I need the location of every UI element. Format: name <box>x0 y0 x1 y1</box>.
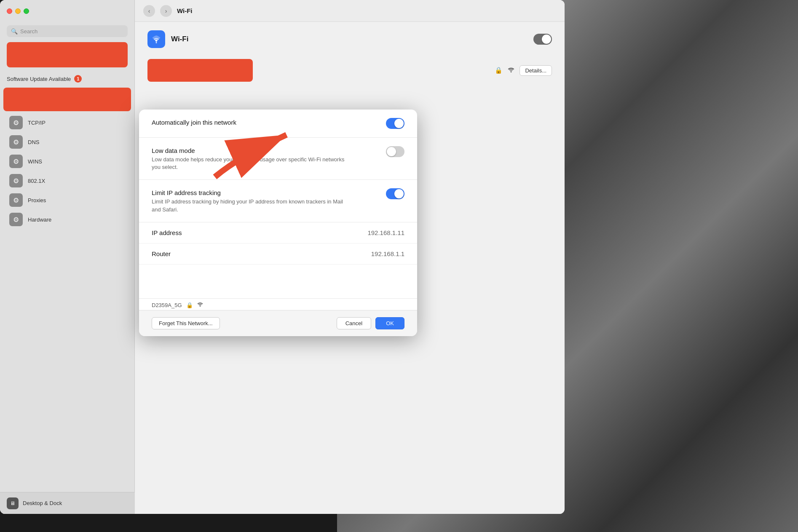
software-update-row[interactable]: Software Update Available 1 <box>0 72 134 86</box>
sidebar-item-8021x[interactable]: ⚙ 802.1X <box>3 171 131 190</box>
search-placeholder: Search <box>20 28 37 35</box>
gear-icon-hardware: ⚙ <box>13 216 19 224</box>
gear-icon-proxies: ⚙ <box>13 196 19 204</box>
wifi-toggle-knob <box>542 35 551 44</box>
auto-join-toggle-knob <box>394 119 404 128</box>
modal-body: Automatically join this network Low data… <box>139 110 417 336</box>
limit-ip-text-group: Limit IP address tracking Limit IP addre… <box>152 188 345 213</box>
update-badge: 1 <box>74 75 82 83</box>
limit-ip-row: Limit IP address tracking Limit IP addre… <box>152 188 404 213</box>
ip-address-label: IP address <box>152 229 182 236</box>
tcpip-icon: ⚙ <box>9 116 23 129</box>
ip-address-row: IP address 192.168.1.11 <box>139 222 417 243</box>
lock-icon: 🔒 <box>495 67 503 74</box>
sidebar-item-hardware[interactable]: ⚙ Hardware <box>3 210 131 229</box>
auto-join-row: Automatically join this network <box>152 118 404 129</box>
sidebar-item-wins[interactable]: ⚙ WINS <box>3 152 131 171</box>
wifi-label: Wi-Fi <box>171 35 188 43</box>
footer-right-buttons: Cancel OK <box>337 317 404 329</box>
sidebar-item-proxies[interactable]: ⚙ Proxies <box>3 190 131 210</box>
network-name-bottom: D2359A_5G <box>152 302 182 308</box>
bottom-wifi-icon <box>197 302 203 308</box>
limit-ip-desc: Limit IP address tracking by hiding your… <box>152 198 345 213</box>
sidebar-wins-label: WINS <box>28 158 42 165</box>
svg-point-0 <box>156 42 157 43</box>
auto-join-toggle[interactable] <box>386 118 404 129</box>
router-row: Router 192.168.1.1 <box>139 243 417 265</box>
low-data-label: Low data mode <box>152 146 345 154</box>
svg-point-2 <box>199 306 200 307</box>
dock-bar[interactable]: 🖥 Desktop & Dock <box>0 492 135 514</box>
sidebar-hardware-label: Hardware <box>28 217 51 223</box>
main-titlebar: ‹ › Wi-Fi <box>135 0 565 22</box>
dock-icon: 🖥 <box>7 497 19 509</box>
limit-ip-toggle[interactable] <box>386 188 404 199</box>
close-button[interactable] <box>7 8 12 14</box>
minimize-button[interactable] <box>15 8 21 14</box>
low-data-text-group: Low data mode Low data mode helps reduce… <box>152 146 345 171</box>
network-bottom-row: D2359A_5G 🔒 <box>139 298 417 310</box>
ip-address-value: 192.168.1.11 <box>367 229 404 236</box>
wifi-icon-label: Wi-Fi <box>147 30 188 48</box>
low-data-toggle-knob <box>387 147 396 156</box>
sidebar-tcpip-label: TCP/IP <box>28 120 46 126</box>
traffic-lights <box>7 8 29 14</box>
bottom-lock-icon: 🔒 <box>186 302 193 308</box>
sidebar-dns-label: DNS <box>28 139 39 145</box>
limit-ip-toggle-knob <box>394 189 404 198</box>
wins-icon: ⚙ <box>9 155 23 168</box>
forget-network-button[interactable]: Forget This Network... <box>152 317 220 329</box>
svg-point-1 <box>511 71 512 72</box>
wifi-toggle[interactable] <box>533 34 552 45</box>
gear-icon-8021x: ⚙ <box>13 177 19 185</box>
low-data-toggle[interactable] <box>386 146 404 157</box>
sidebar-item-tcpip[interactable]: ⚙ TCP/IP <box>3 113 131 132</box>
search-bar[interactable]: 🔍 Search <box>7 25 128 37</box>
search-icon: 🔍 <box>11 28 18 35</box>
low-data-section: Low data mode Low data mode helps reduce… <box>139 138 417 180</box>
auto-join-label: Automatically join this network <box>152 118 236 126</box>
cancel-button[interactable]: Cancel <box>337 317 371 329</box>
limit-ip-section: Limit IP address tracking Limit IP addre… <box>139 180 417 222</box>
network-settings-modal: Automatically join this network Low data… <box>139 110 417 336</box>
redacted-selected-item[interactable] <box>3 88 131 111</box>
empty-space <box>139 265 417 298</box>
network-row: 🔒 Details... <box>147 59 552 82</box>
window-title: Wi-Fi <box>177 7 193 14</box>
proxies-icon: ⚙ <box>9 193 23 207</box>
software-update-label: Software Update Available <box>7 76 71 82</box>
sidebar-titlebar <box>0 0 134 22</box>
sidebar-proxies-label: Proxies <box>28 197 46 203</box>
sidebar: 🔍 Search Software Update Available 1 ⚙ T… <box>0 0 135 514</box>
redacted-network-name <box>147 59 253 82</box>
info-section: IP address 192.168.1.11 Router 192.168.1… <box>139 222 417 298</box>
modal-footer: Forget This Network... Cancel OK <box>139 310 417 336</box>
dock-label: Desktop & Dock <box>23 500 62 506</box>
wifi-strength-icon <box>508 67 514 74</box>
hardware-icon: ⚙ <box>9 213 23 226</box>
wifi-icon <box>147 30 165 48</box>
back-button[interactable]: ‹ <box>143 5 155 17</box>
maximize-button[interactable] <box>24 8 29 14</box>
gear-icon: ⚙ <box>13 119 19 127</box>
limit-ip-label: Limit IP address tracking <box>152 188 345 196</box>
8021x-icon: ⚙ <box>9 174 23 187</box>
low-data-desc: Low data mode helps reduce your Mac data… <box>152 156 345 171</box>
auto-join-section: Automatically join this network <box>139 110 417 138</box>
redacted-item-1 <box>7 42 128 67</box>
details-button[interactable]: Details... <box>520 65 552 76</box>
low-data-row: Low data mode Low data mode helps reduce… <box>152 146 404 171</box>
gear-icon-wins: ⚙ <box>13 158 19 166</box>
wifi-header: Wi-Fi <box>147 30 552 48</box>
network-detail-row: 🔒 Details... <box>495 65 552 76</box>
gear-icon-dns: ⚙ <box>13 138 19 146</box>
dns-icon: ⚙ <box>9 135 23 149</box>
forward-button[interactable]: › <box>160 5 172 17</box>
sidebar-item-dns[interactable]: ⚙ DNS <box>3 132 131 152</box>
sidebar-8021x-label: 802.1X <box>28 178 45 184</box>
ok-button[interactable]: OK <box>375 317 404 329</box>
router-label: Router <box>152 250 171 257</box>
router-value: 192.168.1.1 <box>371 250 404 257</box>
